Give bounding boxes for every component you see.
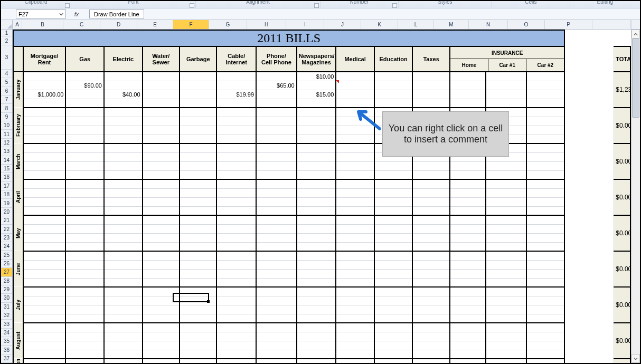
cell[interactable] xyxy=(297,287,336,296)
row-header[interactable]: 17 xyxy=(1,182,12,190)
cell[interactable] xyxy=(374,72,413,81)
cell[interactable] xyxy=(486,197,526,206)
row-header[interactable]: 27 xyxy=(1,268,12,276)
cell[interactable] xyxy=(450,81,486,90)
cell[interactable] xyxy=(23,287,66,296)
col-header[interactable]: O xyxy=(508,20,545,29)
cell[interactable] xyxy=(526,143,565,152)
cell[interactable] xyxy=(297,179,336,188)
cell[interactable] xyxy=(180,135,216,143)
cell[interactable] xyxy=(104,350,143,359)
cell[interactable] xyxy=(412,197,449,206)
cell[interactable] xyxy=(297,305,336,314)
cell[interactable] xyxy=(180,90,216,99)
cell[interactable] xyxy=(143,260,180,269)
col-header[interactable]: M xyxy=(434,20,469,29)
cell[interactable] xyxy=(180,188,216,197)
cell[interactable] xyxy=(450,341,486,350)
cell[interactable] xyxy=(143,278,180,287)
cell[interactable] xyxy=(180,233,216,242)
cell[interactable] xyxy=(65,296,104,305)
cell[interactable] xyxy=(23,126,66,135)
cell[interactable] xyxy=(143,135,180,143)
cell[interactable] xyxy=(65,135,104,143)
cell[interactable] xyxy=(297,197,336,206)
cell[interactable] xyxy=(336,350,374,359)
cell[interactable] xyxy=(374,206,413,215)
row-header[interactable]: 11 xyxy=(1,130,12,138)
row-header[interactable]: 1 xyxy=(1,30,12,36)
fx-icon[interactable]: fx xyxy=(66,8,87,20)
cell[interactable] xyxy=(256,359,297,363)
cell[interactable] xyxy=(180,269,216,278)
cell[interactable] xyxy=(526,359,565,363)
cell[interactable] xyxy=(180,126,216,135)
cell[interactable] xyxy=(143,170,180,179)
cell[interactable] xyxy=(143,242,180,251)
cell[interactable] xyxy=(65,359,104,363)
cell[interactable] xyxy=(104,305,143,314)
cell[interactable] xyxy=(374,197,413,206)
total-cell[interactable]: $0.00 xyxy=(614,359,630,363)
cell[interactable] xyxy=(374,90,413,99)
row-header[interactable]: 30 xyxy=(1,294,12,302)
cell[interactable]: $15.00 xyxy=(297,90,336,99)
cell[interactable] xyxy=(104,197,143,206)
cell[interactable] xyxy=(450,314,486,323)
dialog-launcher-icon[interactable] xyxy=(392,3,397,8)
cell[interactable] xyxy=(374,215,413,224)
cell[interactable] xyxy=(297,296,336,305)
cell[interactable] xyxy=(180,143,216,152)
cell[interactable] xyxy=(486,224,526,233)
cell[interactable] xyxy=(23,224,66,233)
cell[interactable] xyxy=(412,341,449,350)
cell[interactable] xyxy=(374,341,413,350)
cell[interactable] xyxy=(336,269,374,278)
cell[interactable] xyxy=(65,287,104,296)
cell[interactable] xyxy=(65,332,104,341)
cell[interactable] xyxy=(65,224,104,233)
cell[interactable] xyxy=(486,99,526,108)
cell[interactable] xyxy=(143,81,180,90)
cell[interactable] xyxy=(23,170,66,179)
cell[interactable] xyxy=(65,126,104,135)
cell[interactable] xyxy=(104,72,143,81)
cell[interactable] xyxy=(450,359,486,363)
row-header[interactable]: 25 xyxy=(1,251,12,259)
chevron-down-icon[interactable] xyxy=(58,11,64,17)
cell[interactable] xyxy=(412,251,449,260)
cell[interactable] xyxy=(374,188,413,197)
cell[interactable] xyxy=(256,341,297,350)
cell[interactable] xyxy=(65,90,104,99)
cell[interactable] xyxy=(216,161,256,170)
col-header[interactable]: D xyxy=(100,20,137,29)
row-header[interactable]: 20 xyxy=(1,208,12,216)
cell[interactable] xyxy=(297,108,336,117)
cell[interactable] xyxy=(143,215,180,224)
cell[interactable] xyxy=(216,350,256,359)
cell[interactable] xyxy=(256,323,297,332)
cell[interactable] xyxy=(412,188,449,197)
cell[interactable] xyxy=(23,81,66,90)
cell[interactable] xyxy=(256,260,297,269)
col-header[interactable]: B xyxy=(22,20,63,29)
cell[interactable] xyxy=(412,99,449,108)
cell[interactable] xyxy=(336,90,374,99)
cell[interactable] xyxy=(256,197,297,206)
cell[interactable] xyxy=(526,215,565,224)
cell[interactable] xyxy=(486,314,526,323)
row-header[interactable]: 12 xyxy=(1,139,12,147)
cell[interactable] xyxy=(65,206,104,215)
cell[interactable] xyxy=(104,332,143,341)
cell[interactable] xyxy=(65,242,104,251)
cell[interactable] xyxy=(336,242,374,251)
cell[interactable] xyxy=(336,135,374,143)
row-header[interactable]: 26 xyxy=(1,260,12,268)
cell[interactable] xyxy=(526,170,565,179)
cell[interactable] xyxy=(143,323,180,332)
cell[interactable] xyxy=(180,117,216,126)
cell[interactable] xyxy=(23,188,66,197)
cell[interactable] xyxy=(256,206,297,215)
cell[interactable] xyxy=(450,305,486,314)
cell[interactable] xyxy=(450,260,486,269)
